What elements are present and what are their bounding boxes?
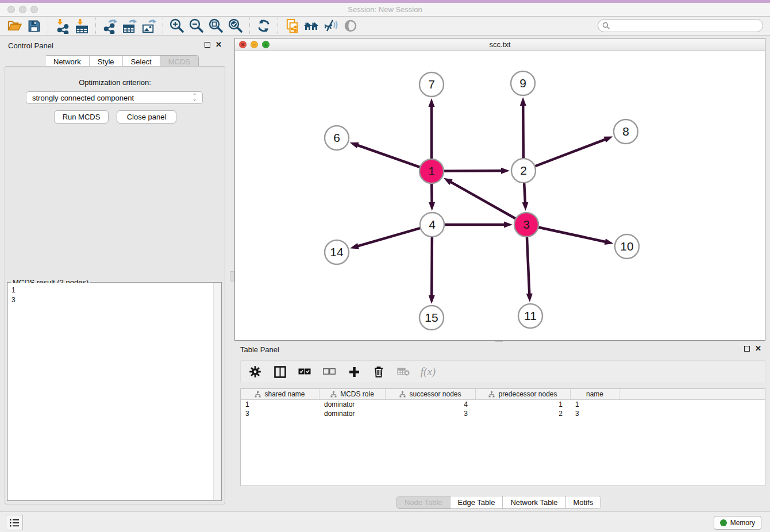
column-header[interactable]: successor nodes: [386, 389, 476, 399]
column-header[interactable]: predecessor nodes: [476, 389, 571, 399]
column-header[interactable]: [619, 389, 765, 399]
table-cell[interactable]: dominator: [319, 400, 386, 409]
result-scrollbar[interactable]: [213, 283, 221, 500]
column-header-label: shared name: [264, 390, 305, 398]
graph-edge-1-2[interactable]: [444, 171, 502, 171]
zoom-out-button[interactable]: [187, 17, 206, 34]
network-window-titlebar[interactable]: ✕ − ＋ scc.txt: [235, 38, 765, 51]
search-input[interactable]: [613, 21, 763, 31]
split-panel-icon: [274, 366, 286, 378]
tab-motifs[interactable]: Motifs: [565, 496, 601, 508]
close-panel-icon[interactable]: ✕: [215, 42, 222, 48]
network-minimize-button[interactable]: −: [251, 41, 258, 48]
table-cell[interactable]: 3: [386, 409, 476, 418]
memory-button[interactable]: Memory: [714, 516, 761, 530]
export-image-button[interactable]: [139, 17, 159, 34]
optimization-criterion-select[interactable]: strongly connected component ⌃⌄: [26, 91, 203, 104]
save-session-button[interactable]: [24, 17, 44, 34]
refresh-network-button[interactable]: [254, 17, 274, 34]
show-all-button[interactable]: [341, 17, 360, 34]
save-floppy-icon: [27, 19, 41, 33]
export-table-button[interactable]: [120, 17, 139, 34]
graph-edge-4-14[interactable]: [358, 228, 421, 246]
graph-edge-3-10[interactable]: [538, 227, 606, 241]
graph-node-label: 8: [622, 125, 629, 138]
hide-selected-button[interactable]: [321, 17, 341, 34]
window-minimize-button[interactable]: [19, 6, 26, 13]
table-cell[interactable]: dominator: [319, 409, 386, 418]
table-cell[interactable]: 4: [386, 400, 476, 409]
float-panel-icon[interactable]: [205, 42, 210, 48]
graph-edge-3-1[interactable]: [451, 182, 516, 219]
graph-node-label: 15: [425, 311, 438, 324]
first-neighbors-button[interactable]: [302, 17, 321, 34]
column-header[interactable]: shared name: [241, 389, 319, 399]
table-cell[interactable]: [619, 409, 765, 418]
table-row[interactable]: 3dominator323: [241, 409, 765, 418]
function-builder-button[interactable]: f(x): [421, 364, 436, 379]
import-table-button[interactable]: [72, 17, 91, 34]
optimization-criterion-label: Optimization criterion:: [0, 78, 230, 87]
table-settings-button[interactable]: [248, 364, 263, 379]
table-cell[interactable]: 3: [571, 409, 619, 418]
column-header[interactable]: MCDS role: [319, 389, 386, 399]
table-toolbar: f(x): [240, 360, 765, 383]
delete-column-button[interactable]: [371, 364, 386, 379]
zoom-selected-button[interactable]: [226, 17, 245, 34]
tab-node-table[interactable]: Node Table: [397, 496, 450, 508]
toolbar-separator: [278, 18, 278, 34]
show-task-history-button[interactable]: [6, 515, 23, 530]
table-cell[interactable]: 2: [476, 409, 571, 418]
optimization-criterion-value: strongly connected component: [32, 94, 134, 102]
toolbar-separator: [249, 18, 250, 34]
deselect-all-columns-button[interactable]: [322, 364, 337, 379]
table-cell[interactable]: 1: [476, 400, 571, 409]
table-cell[interactable]: [619, 400, 765, 409]
graph-node-label: 3: [523, 218, 530, 231]
table-row[interactable]: 1dominator411: [241, 400, 765, 409]
window-close-button[interactable]: [7, 6, 15, 13]
close-panel-button[interactable]: Close panel: [117, 110, 176, 124]
close-panel-icon[interactable]: ✕: [755, 346, 761, 352]
select-stepper-icon: ⌃⌄: [192, 94, 197, 101]
table-cell[interactable]: 1: [241, 400, 319, 409]
mcds-result-area[interactable]: 1 3: [8, 283, 221, 500]
show-eye-icon: [342, 18, 359, 34]
zoom-fit-button[interactable]: [206, 17, 226, 34]
toolbar-separator: [163, 18, 163, 34]
select-all-columns-button[interactable]: [297, 364, 312, 379]
graph-edge-4-15[interactable]: [432, 237, 432, 296]
toggle-panel-mode-button[interactable]: [272, 364, 287, 379]
graph-arrowhead: [520, 97, 526, 106]
float-panel-icon[interactable]: [744, 346, 750, 352]
column-header[interactable]: name: [571, 389, 619, 399]
graph-edge-2-9[interactable]: [523, 105, 523, 159]
tab-network-table[interactable]: Network Table: [502, 496, 565, 508]
network-close-button[interactable]: ✕: [239, 41, 247, 48]
network-maximize-button[interactable]: ＋: [262, 41, 270, 48]
graph-node-label: 6: [333, 131, 340, 144]
add-column-button[interactable]: [346, 364, 361, 379]
graph-edge-3-11[interactable]: [527, 237, 529, 294]
table-cell[interactable]: 3: [241, 409, 319, 418]
delete-table-button[interactable]: [396, 364, 411, 379]
open-session-button[interactable]: [5, 17, 24, 34]
zoom-in-button[interactable]: [167, 17, 187, 34]
export-network-button[interactable]: [100, 17, 120, 34]
graph-edge-1-6[interactable]: [357, 145, 420, 167]
graph-node-label: 4: [429, 218, 436, 231]
clone-network-button[interactable]: [282, 17, 302, 34]
table-panel-title: Table Panel: [240, 345, 279, 354]
window-zoom-button[interactable]: [30, 6, 38, 13]
search-field[interactable]: [598, 19, 763, 32]
run-mcds-button[interactable]: Run MCDS: [54, 110, 109, 124]
tab-edge-table[interactable]: Edge Table: [450, 496, 503, 508]
graph-edge-2-8[interactable]: [535, 140, 606, 167]
toolbar-separator: [95, 18, 96, 34]
splitter-handle[interactable]: [230, 271, 234, 282]
network-canvas[interactable]: 7968124314101511: [235, 51, 765, 340]
graph-node-label: 11: [524, 309, 537, 322]
table-cell[interactable]: 1: [571, 400, 619, 409]
import-network-button[interactable]: [52, 17, 72, 34]
graph-edge-2-3[interactable]: [524, 183, 525, 203]
